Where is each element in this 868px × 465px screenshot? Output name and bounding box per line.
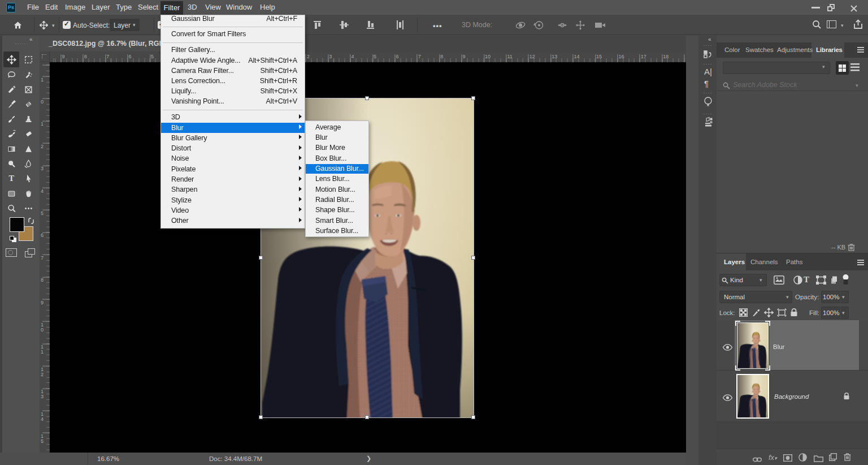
svg-text:T: T	[8, 174, 14, 183]
